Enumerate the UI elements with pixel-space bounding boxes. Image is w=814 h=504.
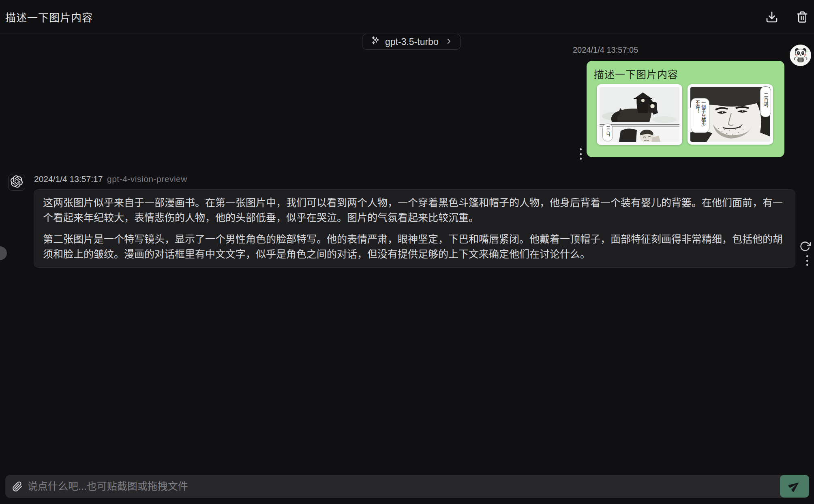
user-avatar <box>790 45 811 66</box>
paper-plane-icon <box>788 480 801 493</box>
speech-bubble-text: 三百錢， <box>760 86 771 117</box>
attached-image-1[interactable]: 三百， <box>597 84 682 145</box>
assistant-avatar <box>8 174 25 191</box>
model-selector[interactable]: gpt-3.5-turbo <box>362 34 461 50</box>
send-button[interactable] <box>780 475 809 498</box>
delete-chat-button[interactable] <box>796 11 808 23</box>
composer-bar <box>5 475 809 498</box>
header-actions <box>765 0 808 34</box>
assistant-message-timestamp: 2024/1/4 13:57:17 <box>34 174 103 184</box>
user-message-actions-button[interactable] <box>577 148 584 160</box>
user-message-timestamp: 2024/1/4 13:57:05 <box>573 45 638 55</box>
assistant-message-bubble: 这两张图片似乎来自于一部漫画书。在第一张图片中，我们可以看到两个人物，一个穿着黑… <box>34 189 795 268</box>
panda-avatar-icon <box>791 45 810 66</box>
sidebar-drag-handle[interactable] <box>0 246 7 260</box>
paperclip-icon <box>12 481 23 492</box>
speech-bubble-text: 一個子兒都少不得！ <box>691 98 709 133</box>
page-title: 描述一下图片内容 <box>5 9 93 24</box>
assistant-paragraph: 第二张图片是一个特写镜头，显示了一个男性角色的脸部特写。他的表情严肃，眼神坚定，… <box>43 232 786 262</box>
speech-bubble-text: 三百， <box>602 124 613 141</box>
user-message-text: 描述一下图片内容 <box>594 66 777 81</box>
assistant-model-name: gpt-4-vision-preview <box>107 174 187 184</box>
attached-image-2[interactable]: 三百錢， 一個子兒都少不得！ <box>688 84 773 145</box>
sparkles-icon <box>371 36 380 48</box>
user-message-bubble: 描述一下图片内容 <box>587 61 784 157</box>
chat-input[interactable] <box>28 481 773 492</box>
header: 描述一下图片内容 <box>0 0 814 34</box>
assistant-message-actions-button[interactable] <box>804 255 810 266</box>
export-button[interactable] <box>765 11 778 23</box>
model-selector-label: gpt-3.5-turbo <box>385 36 439 47</box>
download-icon <box>765 11 778 23</box>
refresh-icon <box>799 241 811 252</box>
assistant-paragraph: 这两张图片似乎来自于一部漫画书。在第一张图片中，我们可以看到两个人物，一个穿着黑… <box>43 195 786 225</box>
openai-logo-icon <box>11 175 23 189</box>
chat-window: 描述一下图片内容 <box>0 0 814 504</box>
regenerate-button[interactable] <box>799 241 811 252</box>
trash-icon <box>796 11 808 23</box>
attach-file-button[interactable] <box>12 481 23 492</box>
chevron-right-icon <box>445 36 452 47</box>
